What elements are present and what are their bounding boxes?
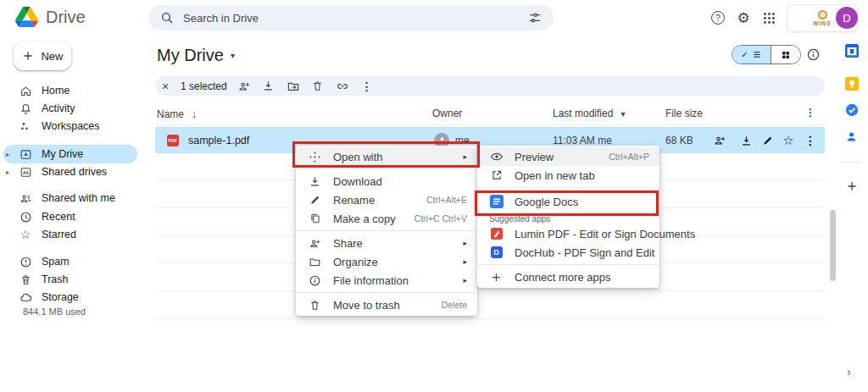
clock-icon [19,210,32,224]
submenu-arrow-icon: ▸ [463,239,467,247]
submenu-item-dochub[interactable]: D DocHub - PDF Sign and Edit [477,243,659,262]
apps-grid-icon [763,12,776,25]
sidebar-item-home[interactable]: Home [3,81,137,100]
help-icon: ? [711,11,725,25]
search-icon [160,11,174,25]
list-view-button[interactable]: ✓ [732,46,771,63]
tasks-icon[interactable] [844,102,859,117]
rename-pencil-icon[interactable] [761,134,775,147]
submenu-item-lumin-pdf[interactable]: Lumin PDF - Edit or Sign Documents [477,224,659,243]
people-icon [19,191,32,205]
download-icon[interactable] [739,134,753,147]
menu-item-organize[interactable]: Organize ▸ [296,252,477,271]
new-button[interactable]: New [14,41,71,70]
more-vert-icon[interactable]: ⋮ [805,107,815,119]
check-icon: ✓ [741,50,748,59]
suggested-apps-label: Suggested apps [477,213,659,224]
sort-arrow-icon[interactable]: ↓ [192,108,198,120]
contacts-icon[interactable] [844,130,859,144]
info-icon [806,47,821,62]
spam-icon [19,255,32,268]
expand-caret-icon[interactable]: ▸ [6,168,9,176]
menu-item-share[interactable]: Share ▸ [296,234,477,252]
menu-item-download[interactable]: Download [296,172,477,190]
pdf-file-icon: PDF [167,127,179,153]
menu-item-make-a-copy[interactable]: Make a copy Ctrl+C Ctrl+V [296,209,477,228]
get-addons-button[interactable] [844,179,859,193]
apps-grid-button[interactable] [760,8,778,27]
list-view-icon [752,50,762,59]
file-name: sample-1.pdf [188,127,249,153]
menu-divider [296,230,477,231]
search-input[interactable]: Search in Drive [183,12,519,25]
clear-selection-button[interactable]: × [162,80,173,92]
download-icon[interactable] [262,80,275,93]
more-vert-icon[interactable]: ⋮ [360,80,374,93]
plus-icon [21,49,35,63]
sidebar-item-shared-with-me[interactable]: Shared with me [3,189,137,207]
column-header-name[interactable]: Name ↓ [157,108,198,120]
sidebar-item-starred[interactable]: ☆ Starred [3,225,137,244]
column-header-modified[interactable]: Last modified ▾ [553,108,625,119]
sidebar-item-storage[interactable]: Storage [3,288,137,306]
person-add-icon[interactable] [713,134,726,147]
person-add-icon[interactable] [237,80,251,93]
info-icon [308,274,322,287]
search-bar[interactable]: Search in Drive [148,5,554,30]
column-header-owner[interactable]: Owner [432,108,462,119]
row-divider [155,290,825,291]
menu-item-file-information[interactable]: File information ▸ [296,271,477,290]
brand-text: WING [813,20,832,26]
help-button[interactable]: ? [709,8,727,27]
selection-toolbar: × 1 selected ⋮ [155,76,825,96]
submenu-item-open-in-new-tab[interactable]: Open in new tab [477,166,659,185]
expand-caret-icon[interactable]: ▸ [6,151,9,158]
sidebar-item-spam[interactable]: Spam [3,252,137,271]
details-info-button[interactable] [806,47,821,62]
page-title[interactable]: My Drive ▾ [157,46,235,65]
folder-icon [308,256,322,268]
sidebar-item-recent[interactable]: Recent [3,207,137,226]
storage-used-label: 844.1 MB used [23,306,86,317]
link-icon[interactable] [336,80,349,93]
show-side-panel-button[interactable]: › [847,364,851,378]
calendar-icon[interactable] [844,43,859,58]
menu-item-open-with[interactable]: Open with ▸ [296,147,477,166]
grid-view-button[interactable] [771,46,800,63]
keep-icon[interactable] [844,76,859,91]
menu-item-rename[interactable]: Rename Ctrl+Alt+E [296,190,477,209]
copy-icon [308,213,322,224]
account-avatar[interactable]: D [836,7,858,29]
settings-button[interactable]: ⚙ [734,8,753,27]
drive-logo[interactable]: Drive [15,7,86,27]
submenu-item-connect-more-apps[interactable]: Connect more apps [477,268,659,286]
column-header-size[interactable]: File size [665,108,703,119]
rail-divider [841,162,861,163]
rename-pencil-icon [308,194,322,206]
context-menu: Open with ▸ Download Rename Ctrl+Alt+E M… [296,146,477,316]
new-button-label: New [41,50,63,63]
submenu-item-preview[interactable]: Preview Ctrl+Alt+P [477,147,659,166]
sidebar-item-shared-drives[interactable]: ▸ Shared drives [3,163,137,181]
google-docs-icon [489,195,504,208]
submenu-item-google-docs[interactable]: Google Docs [477,190,659,213]
menu-item-move-to-trash[interactable]: Move to trash Delete [296,295,477,314]
open-in-new-icon [489,169,504,181]
view-toggle: ✓ [732,45,801,64]
open-with-icon [308,151,322,163]
search-filters-icon[interactable] [528,11,542,25]
star-icon[interactable]: ☆ [782,134,795,147]
row-divider [155,318,825,319]
scrollbar-thumb[interactable] [830,210,836,281]
dochub-icon: D [489,246,504,258]
shortcut-label: Ctrl+Alt+E [426,195,467,205]
sidebar-item-my-drive[interactable]: ▸ My Drive [3,145,137,163]
more-vert-icon[interactable]: ⋮ [804,134,817,147]
folder-move-icon[interactable] [287,80,300,93]
sidebar-item-trash[interactable]: Trash [3,270,137,289]
submenu-arrow-icon: ▸ [463,257,467,266]
eye-icon [489,150,504,163]
trash-icon[interactable] [311,80,325,93]
star-icon: ☆ [19,228,32,241]
person-icon [437,135,447,145]
